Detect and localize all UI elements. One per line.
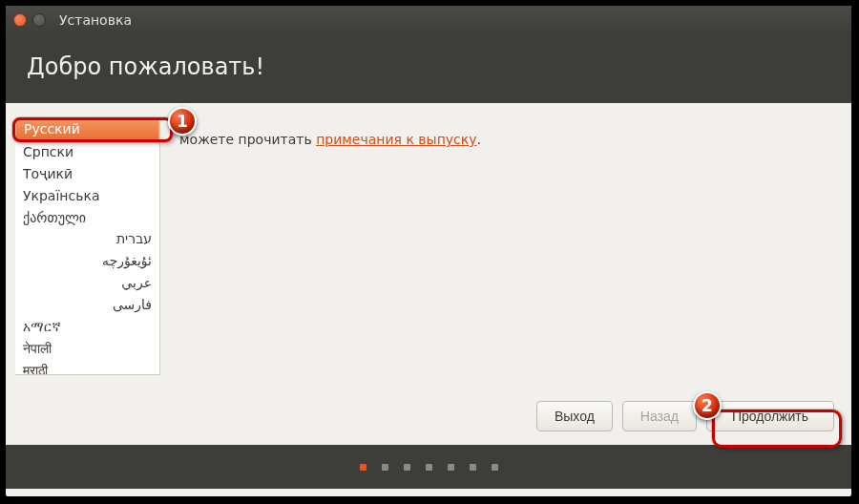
- header: Добро пожаловать!: [6, 34, 851, 103]
- pager-dot[interactable]: [360, 464, 367, 471]
- installer-window: Установка Добро пожаловать! РусскийСрпск…: [4, 4, 853, 498]
- pager-dots: [6, 445, 851, 489]
- language-option[interactable]: فارسی: [15, 294, 159, 316]
- content-area: РусскийСрпскиТоҷикӣУкраїнськаქართულიעברי…: [6, 103, 851, 445]
- pager-dot[interactable]: [470, 464, 476, 471]
- pager-dot[interactable]: [382, 464, 388, 471]
- language-option[interactable]: मराठी: [15, 360, 159, 375]
- language-option[interactable]: Українська: [15, 185, 159, 207]
- language-option[interactable]: עברית: [15, 228, 159, 250]
- language-option[interactable]: Русский: [15, 117, 159, 141]
- back-button: Назад: [622, 401, 697, 431]
- minimize-icon[interactable]: [32, 13, 46, 27]
- pager-dot[interactable]: [448, 464, 454, 471]
- titlebar: Установка: [6, 6, 851, 34]
- release-notes-link[interactable]: примечания к выпуску: [316, 132, 476, 147]
- language-option[interactable]: Тоҷикӣ: [15, 163, 159, 185]
- language-option[interactable]: ქართული: [15, 207, 159, 229]
- release-notes-text: можете прочитать примечания к выпуску.: [179, 132, 481, 147]
- language-option[interactable]: አማርኛ: [15, 316, 159, 338]
- pager-dot[interactable]: [492, 464, 498, 471]
- pager-dot[interactable]: [426, 464, 432, 471]
- continue-button[interactable]: Продолжить: [706, 401, 834, 431]
- language-list[interactable]: РусскийСрпскиТоҷикӣУкраїнськаქართულიעברי…: [15, 117, 160, 375]
- button-bar: Выход Назад Продолжить: [536, 401, 834, 431]
- language-option[interactable]: नेपाली: [15, 338, 159, 360]
- language-option[interactable]: ئۇيغۇرچە: [15, 250, 159, 272]
- info-suffix: .: [477, 132, 481, 147]
- pager-dot[interactable]: [404, 464, 410, 471]
- page-title: Добро пожаловать!: [27, 53, 830, 80]
- language-option[interactable]: عربي: [15, 272, 159, 294]
- window-title: Установка: [59, 12, 132, 28]
- quit-button[interactable]: Выход: [536, 401, 613, 431]
- close-icon[interactable]: [13, 13, 27, 27]
- info-prefix: можете прочитать: [179, 132, 316, 147]
- language-option[interactable]: Српски: [15, 141, 159, 163]
